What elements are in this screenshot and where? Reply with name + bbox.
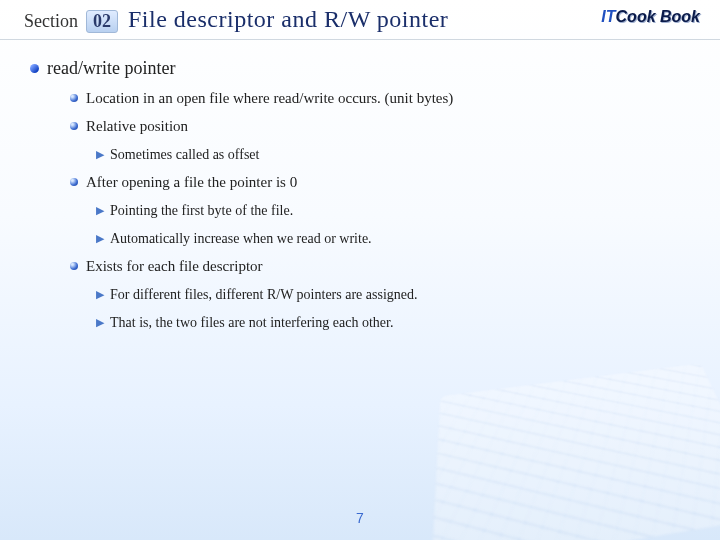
sub-text: Sometimes called as offset (110, 147, 259, 162)
sub-text: Pointing the first byte of the file. (110, 203, 293, 218)
arrow-bullet-icon: ▶ (96, 204, 104, 216)
item-text: Relative position (86, 118, 188, 134)
sphere-bullet-icon (70, 178, 78, 186)
brand-logo: ITCook Book (601, 8, 700, 26)
list-item: After opening a file the pointer is 0 (70, 173, 690, 191)
arrow-bullet-icon: ▶ (96, 232, 104, 244)
sphere-bullet-icon (70, 122, 78, 130)
section-label: Section (24, 11, 78, 32)
list-item: Relative position (70, 117, 690, 135)
item-text: Location in an open file where read/writ… (86, 90, 453, 106)
logo-cookbook: Cook Book (616, 8, 700, 25)
sub-text: That is, the two files are not interferi… (110, 315, 393, 330)
sub-item: ▶Pointing the first byte of the file. (96, 201, 690, 219)
sub-item: ▶Automatically increase when we read or … (96, 229, 690, 247)
list-item: Location in an open file where read/writ… (70, 89, 690, 107)
sphere-bullet-icon (70, 94, 78, 102)
sub-item: ▶Sometimes called as offset (96, 145, 690, 163)
item-text: Exists for each file descriptor (86, 258, 263, 274)
arrow-bullet-icon: ▶ (96, 316, 104, 328)
sub-item: ▶For different files, different R/W poin… (96, 285, 690, 303)
item-text: After opening a file the pointer is 0 (86, 174, 297, 190)
arrow-bullet-icon: ▶ (96, 148, 104, 160)
section-title: File descriptor and R/W pointer (128, 6, 448, 33)
page-number: 7 (0, 510, 720, 526)
heading-text: read/write pointer (47, 58, 175, 78)
sub-text: Automatically increase when we read or w… (110, 231, 372, 246)
bullet-icon (30, 64, 39, 73)
arrow-bullet-icon: ▶ (96, 288, 104, 300)
sphere-bullet-icon (70, 262, 78, 270)
slide-content: read/write pointer Location in an open f… (0, 40, 720, 331)
section-number: 02 (86, 10, 118, 33)
logo-it: IT (601, 8, 615, 25)
sub-text: For different files, different R/W point… (110, 287, 418, 302)
heading-row: read/write pointer (30, 58, 690, 79)
sub-item: ▶That is, the two files are not interfer… (96, 313, 690, 331)
list-item: Exists for each file descriptor (70, 257, 690, 275)
